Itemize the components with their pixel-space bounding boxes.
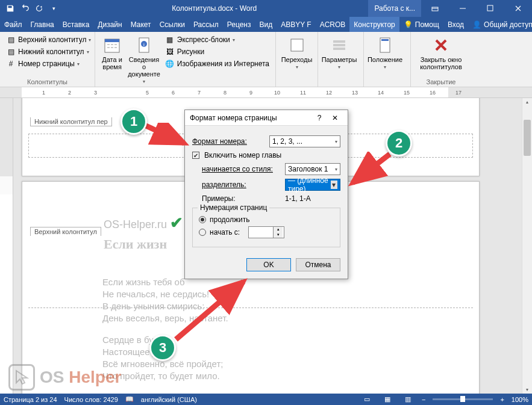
chevron-down-icon: ▾ (89, 37, 91, 43)
ribbon: ▤Верхний колонтитул▾ ▤Нижний колонтитул▾… (0, 32, 532, 87)
cancel-button[interactable]: Отмена (296, 258, 340, 271)
starts-style-select[interactable]: Заголовок 1▾ (285, 163, 340, 175)
watermark: OS Helper (8, 364, 121, 391)
start-at-spinner[interactable]: ▴▾ (248, 226, 284, 238)
tab-help[interactable]: 💡Помощ (399, 17, 443, 32)
tab-file[interactable]: Файл (0, 17, 27, 32)
separator-select[interactable]: — (длинное тире)▾ (285, 179, 340, 191)
quick-parts-button[interactable]: ▦Экспресс-блоки▾ (163, 34, 272, 45)
maximize-button[interactable] (477, 0, 504, 17)
svg-text:13: 13 (352, 90, 358, 96)
position-icon (375, 36, 395, 55)
dialog-titlebar[interactable]: Формат номера страницы ? ✕ (185, 110, 348, 126)
doc-heading: Если жизн (104, 237, 167, 252)
close-header-footer-button[interactable]: Закрыть окно колонтитулов (415, 34, 468, 75)
svg-text:7: 7 (198, 90, 201, 96)
zoom-out-button[interactable]: − (422, 396, 425, 403)
options-icon (330, 36, 349, 55)
redo-icon[interactable] (33, 2, 46, 15)
minimize-button[interactable] (449, 0, 477, 17)
ok-button[interactable]: OK (246, 258, 291, 271)
spin-up-icon[interactable]: ▴ (274, 227, 283, 232)
spellcheck-icon[interactable]: 📖 (125, 395, 134, 403)
status-word-count[interactable]: Число слов: 2429 (64, 396, 118, 403)
zoom-slider[interactable] (433, 398, 493, 400)
svg-text:5: 5 (146, 90, 149, 96)
callout-1: 1 (120, 108, 147, 135)
close-button[interactable] (504, 0, 532, 17)
ribbon-options-icon[interactable] (421, 0, 449, 17)
dialog-close-button[interactable]: ✕ (327, 114, 343, 122)
tab-design[interactable]: Дизайн (93, 17, 126, 32)
header-label-tab: Верхний колонтитул (30, 227, 101, 236)
online-pictures-button[interactable]: 🌐Изображения из Интернета (163, 58, 272, 69)
scroll-thumb[interactable] (524, 120, 531, 156)
pictures-button[interactable]: 🖼Рисунки (163, 46, 272, 57)
spin-down-icon[interactable]: ▾ (274, 232, 283, 238)
status-bar: Страница 2 из 24 Число слов: 2429 📖 англ… (0, 394, 532, 405)
chevron-down-icon: ▾ (233, 37, 235, 43)
svg-text:1: 1 (42, 90, 45, 96)
tab-layout[interactable]: Макет (127, 17, 155, 32)
svg-text:8: 8 (224, 90, 227, 96)
ruler-vertical[interactable] (0, 98, 13, 394)
quick-access-toolbar: ▾ (0, 2, 60, 15)
tab-review[interactable]: Реценз (223, 17, 255, 32)
group-label: Колонтитулы (0, 77, 95, 87)
calendar-icon (102, 36, 122, 55)
zoom-thumb[interactable] (460, 396, 465, 402)
start-at-input[interactable] (249, 227, 273, 238)
tab-acrobat[interactable]: ACROB (316, 17, 350, 32)
online-picture-icon: 🌐 (165, 59, 175, 69)
share-button[interactable]: 👤Общий доступ (468, 17, 532, 32)
view-print-icon[interactable]: ▦ (381, 395, 394, 403)
zoom-in-button[interactable]: + (500, 396, 504, 403)
options-button[interactable]: Параметры▾ (322, 34, 357, 75)
ruler-horizontal[interactable]: 123567891011121314151617 (0, 87, 532, 98)
date-time-button[interactable]: Дата и время (99, 34, 125, 84)
tab-references[interactable]: Ссылки (155, 17, 189, 32)
tab-home[interactable]: Главна (27, 17, 58, 32)
format-number-select[interactable]: 1, 2, 3, ...▾ (269, 135, 340, 147)
callout-arrow-1 (142, 123, 190, 148)
page-number-button[interactable]: #Номер страницы▾ (4, 58, 93, 69)
svg-text:14: 14 (378, 90, 384, 96)
tab-constructor[interactable]: Конструктор (349, 17, 399, 32)
include-chapter-checkbox[interactable]: ✔ (192, 152, 199, 159)
separator-label: разделитель: (202, 181, 280, 189)
header-top-button[interactable]: ▤Верхний колонтитул▾ (4, 34, 93, 45)
qat-customize-icon[interactable]: ▾ (47, 2, 60, 15)
zoom-level[interactable]: 100% (512, 396, 528, 403)
contextual-tab-label: Работа с к... (368, 0, 421, 17)
tab-view[interactable]: Вид (255, 17, 277, 32)
svg-text:12: 12 (326, 90, 332, 96)
tab-mailings[interactable]: Рассыл (189, 17, 223, 32)
chevron-down-icon: ▾ (338, 64, 340, 70)
navigation-button[interactable]: Переходы▾ (280, 34, 314, 75)
svg-rect-1 (487, 5, 493, 11)
save-icon[interactable] (4, 2, 17, 15)
tab-insert[interactable]: Вставка (58, 17, 94, 32)
scrollbar-vertical[interactable]: ▴ ▾ (522, 98, 532, 394)
status-page[interactable]: Страница 2 из 24 (4, 396, 57, 403)
chevron-down-icon: ▾ (143, 79, 145, 84)
status-language[interactable]: английский (США) (141, 396, 197, 403)
document-info-button[interactable]: iСведения о документе▾ (128, 34, 160, 84)
footer-button[interactable]: ▤Нижний колонтитул▾ (4, 46, 93, 57)
svg-rect-3 (105, 39, 119, 42)
tab-abbyy[interactable]: ABBYY F (277, 17, 315, 32)
svg-text:15: 15 (404, 90, 410, 96)
callout-arrow-2 (346, 152, 395, 188)
start-at-radio[interactable] (199, 229, 206, 236)
chevron-down-icon: ▾ (77, 61, 80, 67)
examples-value: 1-1, 1-A (285, 194, 311, 203)
continue-radio[interactable] (199, 216, 206, 223)
dialog-help-button[interactable]: ? (311, 114, 327, 122)
signin-button[interactable]: Вход (443, 17, 468, 32)
callout-3: 3 (149, 335, 176, 361)
position-button[interactable]: Положение▾ (368, 34, 402, 75)
view-read-icon[interactable]: ▭ (360, 395, 374, 403)
view-web-icon[interactable]: ▥ (401, 395, 415, 403)
undo-icon[interactable] (18, 2, 31, 15)
lightbulb-icon: 💡 (404, 20, 413, 29)
